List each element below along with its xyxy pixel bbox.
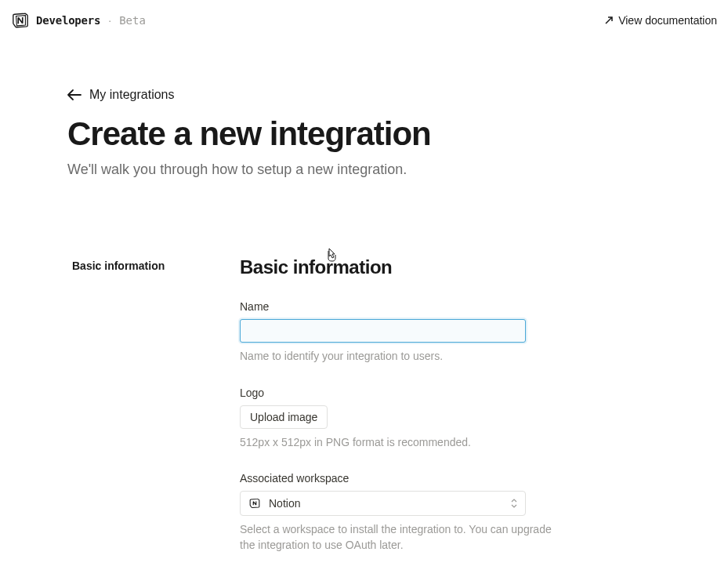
workspace-label: Associated workspace [240, 472, 553, 485]
beta-badge: Beta [119, 14, 146, 27]
logo-label: Logo [240, 387, 553, 399]
workspace-select[interactable]: Notion [240, 491, 526, 516]
app-header: Developers · Beta View documentation [0, 0, 728, 41]
brand-name: Developers [36, 14, 100, 27]
page-content: My integrations Create a new integration… [0, 88, 728, 575]
back-to-integrations[interactable]: My integrations [67, 88, 661, 102]
breadcrumb-label: My integrations [89, 88, 175, 102]
notion-logo-icon [11, 11, 30, 30]
arrow-left-icon [67, 89, 81, 100]
workspace-help: Select a workspace to install the integr… [240, 522, 553, 553]
external-link-icon [604, 16, 614, 25]
sidebar-basic-information[interactable]: Basic information [67, 256, 224, 275]
name-label: Name [240, 300, 553, 313]
workspace-selected-value: Notion [269, 497, 511, 510]
select-chevron-icon [511, 499, 517, 508]
logo-help: 512px x 512px in PNG format is recommend… [240, 435, 553, 451]
page-subtitle: We'll walk you through how to setup a ne… [67, 162, 661, 178]
logo-field-group: Logo Upload image 512px x 512px in PNG f… [240, 387, 553, 451]
notion-workspace-icon [248, 497, 261, 510]
view-documentation-link[interactable]: View documentation [604, 14, 717, 27]
name-help: Name to identify your integration to use… [240, 349, 553, 365]
header-brand: Developers · Beta [11, 11, 146, 30]
name-field-group: Name Name to identify your integration t… [240, 300, 553, 365]
workspace-field-group: Associated workspace Notion [240, 472, 553, 553]
page-title: Create a new integration [67, 116, 661, 152]
upload-image-button[interactable]: Upload image [240, 405, 328, 429]
view-doc-label: View documentation [618, 14, 717, 27]
separator: · [108, 14, 111, 27]
form-sidebar: Basic information [67, 256, 224, 575]
section-title: Basic information [240, 256, 553, 278]
name-input[interactable] [240, 319, 526, 343]
main-form: Basic information Name Name to identify … [240, 256, 553, 575]
form-area: Basic information Basic information Name… [67, 256, 661, 575]
